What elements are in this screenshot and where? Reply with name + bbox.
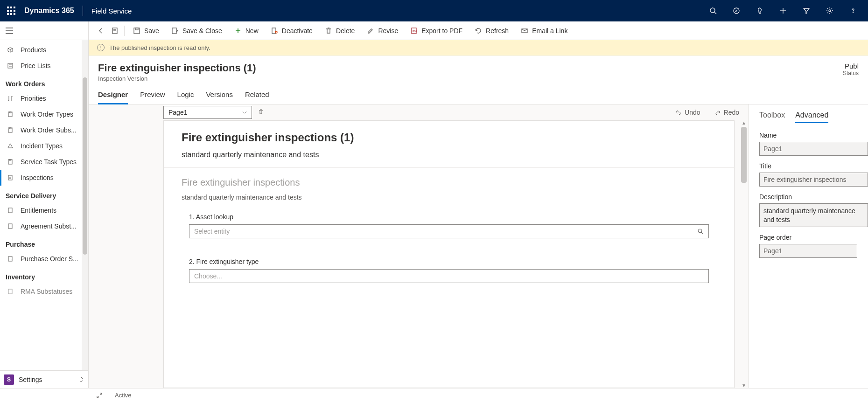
designer-toolbar: Page1 Undo Redo <box>89 104 749 120</box>
svg-point-0 <box>710 8 715 13</box>
command-bar: Save Save & Close New Deactivate Delete … <box>89 21 868 40</box>
info-icon: ! <box>97 44 105 51</box>
app-launcher-icon[interactable] <box>4 3 19 18</box>
delete-page-button[interactable] <box>258 109 264 117</box>
banner-text: The published inspection is read only. <box>109 44 210 51</box>
tab-logic[interactable]: Logic <box>177 90 194 104</box>
sidebar-group-purchase: Purchase <box>0 234 88 251</box>
export-pdf-button[interactable]: PDFExport to PDF <box>405 23 468 38</box>
list-icon <box>7 62 14 69</box>
help-icon[interactable] <box>848 6 858 15</box>
sidebar-scrollbar[interactable] <box>82 40 88 370</box>
sidebar-item-label: Entitlements <box>21 207 56 214</box>
status-value: Publ <box>843 62 859 70</box>
choice-input[interactable]: Choose... <box>189 269 709 283</box>
question-label: 1. Asset lookup <box>189 213 709 221</box>
canvas-scrollbar[interactable]: ▲ ▼ <box>741 120 747 388</box>
document-icon <box>7 288 14 295</box>
deactivate-button[interactable]: Deactivate <box>265 23 318 38</box>
question-extinguisher-type[interactable]: 2. Fire extinguisher type Choose... <box>189 258 709 283</box>
gear-icon[interactable] <box>825 6 834 15</box>
sidebar-item-incident-types[interactable]: Incident Types <box>0 138 88 154</box>
clipboard-icon <box>7 111 14 118</box>
svg-rect-21 <box>8 224 12 229</box>
sidebar-item-price-lists[interactable]: Price Lists <box>0 58 88 74</box>
canvas-page-desc: standard quarterly maintenance and tests <box>182 194 716 201</box>
sidebar-group-inventory: Inventory <box>0 267 88 284</box>
svg-rect-11 <box>8 63 13 68</box>
hamburger-button[interactable] <box>0 21 88 40</box>
record-subtitle: Inspection Version <box>98 75 843 82</box>
area-switcher[interactable]: S Settings <box>0 370 88 388</box>
sidebar-item-service-task-types[interactable]: Service Task Types <box>0 154 88 170</box>
question-asset-lookup[interactable]: 1. Asset lookup Select entity <box>189 213 709 238</box>
sidebar-item-label: Inspections <box>21 174 54 181</box>
sidebar-item-entitlements[interactable]: Entitlements <box>0 202 88 218</box>
prop-pageorder-input[interactable]: Page1 <box>759 244 857 258</box>
reading-pane-button[interactable] <box>108 23 121 38</box>
tab-related[interactable]: Related <box>245 90 269 104</box>
status-bar: Active <box>0 388 868 402</box>
sidebar-item-products[interactable]: Products <box>0 42 88 58</box>
designer-pane: Page1 Undo Redo Fire extinguisher inspec… <box>89 104 749 388</box>
search-icon <box>697 228 704 235</box>
sidebar-item-inspections[interactable]: Inspections <box>0 170 88 186</box>
sidebar-item-agreement-subst[interactable]: Agreement Subst... <box>0 218 88 234</box>
delete-button[interactable]: Delete <box>319 23 360 38</box>
sidebar-item-label: Service Task Types <box>21 158 77 166</box>
record-header: Fire extinguisher inspections (1) Inspec… <box>89 55 868 82</box>
tab-preview[interactable]: Preview <box>140 90 165 104</box>
plus-icon[interactable] <box>778 6 788 15</box>
filter-icon[interactable] <box>802 6 811 15</box>
sidebar-item-priorities[interactable]: Priorities <box>0 90 88 106</box>
sidebar-item-label: Price Lists <box>21 62 51 69</box>
ptab-toolbox[interactable]: Toolbox <box>759 111 785 123</box>
svg-point-7 <box>853 13 854 13</box>
readonly-banner: ! The published inspection is read only. <box>89 40 868 55</box>
redo-button[interactable]: Redo <box>714 109 739 116</box>
refresh-button[interactable]: Refresh <box>469 23 514 38</box>
sidebar-group-work-orders: Work Orders <box>0 74 88 90</box>
svg-rect-23 <box>8 289 12 294</box>
tab-versions[interactable]: Versions <box>206 90 233 104</box>
svg-rect-22 <box>8 256 12 261</box>
sidebar-item-wo-subs[interactable]: Work Order Subs... <box>0 122 88 138</box>
cart-icon <box>7 255 14 263</box>
prop-pageorder-label: Page order <box>759 234 868 241</box>
sidebar-item-label: Purchase Order S... <box>21 255 78 263</box>
sidebar-item-label: RMA Substatuses <box>21 288 72 295</box>
divider <box>83 6 83 16</box>
expand-icon[interactable] <box>96 392 103 399</box>
prop-name-input[interactable]: Page1 <box>759 142 868 156</box>
new-button[interactable]: New <box>229 23 264 38</box>
undo-button[interactable]: Undo <box>675 109 700 116</box>
revise-button[interactable]: Revise <box>361 23 404 38</box>
record-title: Fire extinguisher inspections (1) <box>98 62 843 74</box>
svg-rect-17 <box>8 175 12 180</box>
prop-desc-input[interactable]: standard quarterly maintenance and tests <box>759 203 868 227</box>
sidebar-item-rma[interactable]: RMA Substatuses <box>0 284 88 299</box>
document-icon <box>7 222 14 230</box>
page-selector[interactable]: Page1 <box>163 106 252 119</box>
entity-lookup-input[interactable]: Select entity <box>189 224 709 238</box>
prop-title-input[interactable]: Fire extinguisher inspections <box>759 173 868 187</box>
ptab-advanced[interactable]: Advanced <box>795 111 828 123</box>
clipboard-icon <box>7 158 14 166</box>
back-button[interactable] <box>94 23 107 38</box>
canvas-title: Fire extinguisher inspections (1) <box>182 131 716 144</box>
search-icon[interactable] <box>708 6 718 15</box>
prop-desc-label: Description <box>759 193 868 201</box>
lightbulb-icon[interactable] <box>755 6 764 15</box>
tab-designer[interactable]: Designer <box>98 90 128 104</box>
task-icon[interactable] <box>732 6 741 15</box>
designer-canvas[interactable]: Fire extinguisher inspections (1) standa… <box>163 120 735 388</box>
save-button[interactable]: Save <box>127 23 165 38</box>
email-link-button[interactable]: Email a Link <box>515 23 573 38</box>
sidebar-item-wo-types[interactable]: Work Order Types <box>0 106 88 122</box>
sidebar-item-label: Products <box>21 46 46 54</box>
arrows-icon <box>7 95 14 102</box>
clipboard-icon <box>7 126 14 134</box>
save-close-button[interactable]: Save & Close <box>166 23 228 38</box>
sidebar-item-po[interactable]: Purchase Order S... <box>0 251 88 267</box>
brand-label: Dynamics 365 <box>24 7 74 15</box>
